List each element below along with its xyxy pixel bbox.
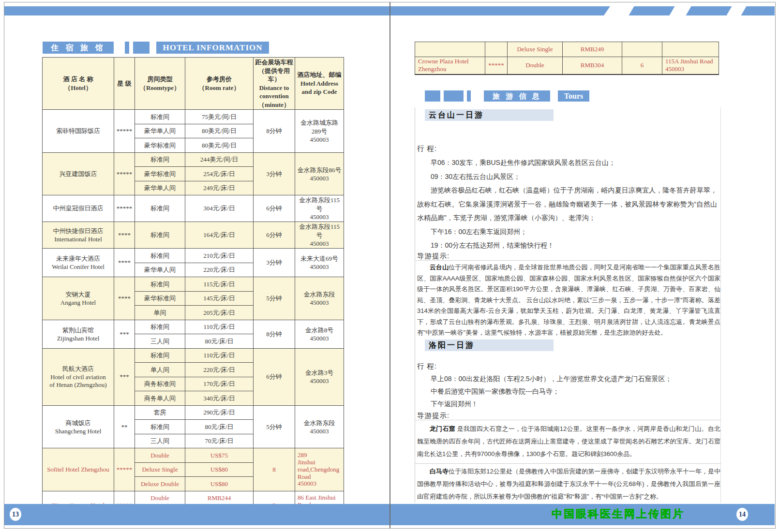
col-header-rate: 参考房价 （Room rate） <box>185 58 254 110</box>
tip-lead: 白马寺 <box>430 468 449 475</box>
room-rate: 164元/床/日 <box>185 222 254 249</box>
room-rate: 110元/床/日 <box>185 320 254 334</box>
room-type: 标准间 <box>135 420 185 434</box>
room-rate: 70元/床/日 <box>185 434 254 448</box>
hotel-row: Sofitel Hotel Zhengzhou*****DoubleUS$758… <box>43 448 344 463</box>
hotel-distance: 8分钟 <box>254 110 295 153</box>
room-type: 套房 <box>135 405 185 420</box>
room-rate: 220元/床/日 <box>185 363 254 377</box>
hotel-name: 未来康年大酒店 Weilai Conifer Hotel <box>43 249 114 277</box>
schedule-item: 09：30左右抵云台山风景区； <box>417 170 717 184</box>
tours-divider <box>415 260 721 261</box>
room-rate: 340元/床/日 <box>185 391 254 406</box>
hotel-distance: 3分钟 <box>254 249 295 277</box>
room-rate: 170元/床/日 <box>185 377 254 391</box>
tours-border-left <box>415 107 415 503</box>
schedule-label: 行 程: <box>417 362 437 371</box>
hotel-table-body: 索菲特国际饭店*****标准间75美元/间/日8分钟金水路城东路289号 450… <box>43 110 344 520</box>
room-rate: 290元/床/日 <box>185 405 254 420</box>
hotel-stars: **** <box>114 277 135 320</box>
watermark-text: 中国眼科医生网上传图片 <box>552 507 685 521</box>
hotel-stars: ** <box>114 405 135 448</box>
hotel-name: 兴亚建国饭店 <box>43 152 114 195</box>
room-rate: 80美元/间/日 <box>185 124 254 138</box>
room-rate: US$80 <box>185 477 254 491</box>
hotel-address: 金水路东段86号 450003 <box>295 152 344 195</box>
room-type: 豪华单人间 <box>135 181 185 195</box>
tours-section: 云台山一日游 行 程: 早06：30发车，乘BUS赴焦作修武国家级风景名胜区云台… <box>415 0 721 503</box>
hotel-distance: 6分钟 <box>254 348 295 405</box>
room-rate: 210元/床/日 <box>185 249 254 263</box>
hotel-address: 金水路东段 450003 <box>295 405 344 448</box>
hotel-address: 金水路东段115号 450003 <box>295 195 344 222</box>
room-type: 商务标准间 <box>135 377 185 391</box>
hotel-distance: 6分钟 <box>254 222 295 249</box>
schedule-item: 早上08：00出发赴洛阳（车程2.5小时），上午游览世界文化遗产龙门石窟景区； <box>417 372 717 385</box>
brochure-spread: { "colors": { "accent_blue": "#6f9ed7", … <box>0 0 779 532</box>
hotel-stars: **** <box>114 222 135 249</box>
tip-paragraph: 龙门石窟 是我国四大石窟之一，位于洛阳城南12公里。这里有一条伊水，河两岸是香山… <box>417 423 720 460</box>
schedule-item: 早06：30发车，乘BUS赴焦作修武国家级风景名胜区云台山； <box>417 156 717 170</box>
room-type: 标准间 <box>135 320 185 334</box>
room-rate: 254元/床/日 <box>185 167 254 181</box>
room-rate: 110元/床/日 <box>185 348 254 363</box>
room-type: Double <box>135 491 185 505</box>
room-rate: 115元/床/日 <box>185 277 254 292</box>
tours-divider <box>415 420 721 420</box>
room-rate: 220元/床/日 <box>185 263 254 277</box>
room-type: Deluxe Double <box>135 477 185 491</box>
col-header-roomtype: 房间类型 （Roomtype） <box>135 58 185 110</box>
room-type: 三人间 <box>135 334 185 349</box>
hotel-stars: ***** <box>114 195 135 222</box>
hotel-address: 金水路城东路289号 450003 <box>295 110 344 153</box>
room-rate: 80元/床/日 <box>185 420 254 434</box>
schedule-item: 19：00分左右抵达郑州，结束愉快行程！ <box>417 238 717 252</box>
room-type: Double <box>135 448 185 463</box>
room-type: 豪华单人间 <box>135 263 185 277</box>
tip-lead: 龙门石窟 <box>430 425 455 432</box>
hotel-section-title-en: HOTEL INFORMATION <box>156 42 269 54</box>
room-type: 标准间 <box>135 348 185 363</box>
hotel-distance: 5分钟 <box>254 277 295 320</box>
hotel-name: 安钢大厦 Angang Hotel <box>43 277 114 320</box>
room-rate: 80美元/间/日 <box>185 138 254 153</box>
room-rate: 205元/床/日 <box>185 306 254 320</box>
room-type: 标准间 <box>135 152 185 167</box>
room-type: 标准间 <box>135 249 185 263</box>
hotel-row: 民航大酒店 Hotel of civil aviation of Henan (… <box>43 348 344 363</box>
hotel-row: 商城饭店 Shangcheng Hotel**套房290元/床/日5分钟金水路东… <box>43 405 344 420</box>
hotel-address: 金水路3号 450003 <box>295 348 344 405</box>
page-number-left: 13 <box>10 508 21 521</box>
room-type: 豪华标准间 <box>135 291 185 306</box>
room-type: 豪华单人间 <box>135 124 185 138</box>
room-rate: US$80 <box>185 462 254 477</box>
col-header-stars: 星 级 <box>114 58 135 110</box>
page-number-right: 14 <box>736 508 748 521</box>
col-header-hotel: 酒 店 名 称 （Hotel） <box>43 58 114 110</box>
hotel-stars: ***** <box>114 448 135 491</box>
room-rate: 145元/床/日 <box>185 291 254 306</box>
schedule-item: 下午返回郑州！ <box>417 398 717 410</box>
hotel-stars: ***** <box>114 152 135 195</box>
hotel-address: 金水路东段115号 450003 <box>295 222 344 249</box>
col-header-address: 酒店地址、邮编 Hotel Address and zip Code <box>295 58 344 110</box>
hotel-distance: 8分钟 <box>254 320 295 348</box>
hotel-distance: 3分钟 <box>254 152 295 195</box>
header-accent-block <box>125 42 129 54</box>
header-accent-block <box>133 42 150 54</box>
hotel-information-table: 酒 店 名 称 （Hotel） 星 级 房间类型 （Roomtype） 参考房价… <box>42 57 344 520</box>
hotel-address: 金水路东段 450003 <box>295 277 344 320</box>
hotel-address: 289 Jinshui road,Chengdong Road 450003 <box>295 448 344 491</box>
tour-heading-yuntaishan: 云台山一日游 <box>425 109 554 121</box>
table-header-row: 酒 店 名 称 （Hotel） 星 级 房间类型 （Roomtype） 参考房价… <box>43 58 344 110</box>
room-rate: 80元/床/日 <box>185 334 254 349</box>
room-rate: 75美元/间/日 <box>185 110 254 124</box>
hotel-stars: **** <box>114 249 135 277</box>
hotel-name: 紫荆山宾馆 Zijingshan Hotel <box>43 320 114 348</box>
schedule-label: 行 程: <box>417 144 437 153</box>
hotel-row: 紫荆山宾馆 Zijingshan Hotel***标准间110元/床/日8分钟金… <box>43 320 344 334</box>
hotel-section-title-zh: 住 宿 旅 馆 <box>43 42 114 54</box>
room-type: 标准间 <box>135 222 185 249</box>
tips-label: 导游提示: <box>417 251 449 261</box>
hotel-stars: *** <box>114 320 135 348</box>
